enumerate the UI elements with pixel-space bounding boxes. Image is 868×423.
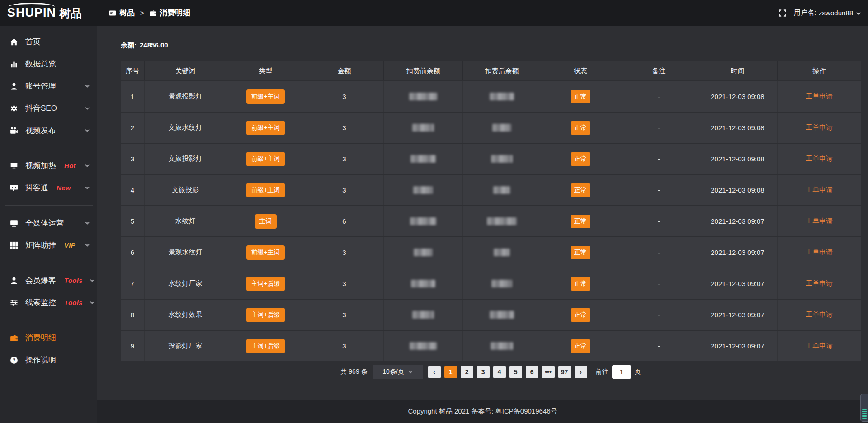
ticket-apply-link[interactable]: 工单申请 (806, 155, 833, 163)
sidebar-item-member-marketing[interactable]: 会员爆客Tools (0, 269, 97, 291)
ticket-apply-link[interactable]: 工单申请 (806, 279, 833, 288)
remark-cell: - (620, 237, 698, 268)
sidebar-item-douketong[interactable]: 抖客通New (0, 177, 97, 199)
remark-cell: - (620, 113, 698, 143)
table-row: 2文旅水纹灯前缀+主词3正常-2021-12-03 09:08工单申请 (121, 113, 861, 144)
amount-cell: 3 (305, 175, 384, 205)
ticket-apply-link[interactable]: 工单申请 (806, 342, 833, 350)
username-value: zswodun88 (819, 9, 853, 17)
page-size-select[interactable]: 10条/页 (373, 365, 423, 379)
floating-widget[interactable] (860, 394, 868, 422)
masked-value (490, 93, 514, 100)
balance-before-masked (384, 144, 463, 174)
ticket-apply-link[interactable]: 工单申请 (806, 186, 833, 194)
more-pages-button[interactable]: ••• (542, 366, 555, 378)
sidebar-item-douyin-seo[interactable]: 抖音SEO (0, 97, 97, 119)
sidebar-item-label: 操作说明 (25, 355, 56, 365)
ticket-apply-link[interactable]: 工单申请 (806, 248, 833, 257)
action-cell: 工单申请 (778, 81, 861, 112)
sidebar-divider (5, 148, 93, 148)
remark-cell: - (620, 175, 698, 205)
video-camera-icon (10, 127, 19, 135)
breadcrumb-item-home[interactable]: 树品 (109, 8, 135, 18)
page-button-97[interactable]: 97 (558, 366, 571, 378)
sidebar-item-matrix-boost[interactable]: 矩阵助推VIP (0, 234, 97, 256)
status-cell: 正常 (541, 206, 620, 236)
user-menu[interactable]: 用户名: zswodun88 (794, 9, 861, 17)
page-button-1[interactable]: 1 (444, 366, 457, 378)
page-button-3[interactable]: 3 (477, 366, 490, 378)
sidebar-item-data-overview[interactable]: 数据总览 (0, 53, 97, 75)
page-button-4[interactable]: 4 (493, 366, 506, 378)
masked-value (491, 155, 513, 163)
page-button-5[interactable]: 5 (509, 366, 522, 378)
masked-value (492, 124, 511, 132)
chevron-down-icon (856, 11, 861, 16)
keyword-cell: 文旅投影 (145, 175, 226, 205)
balance-before-masked (384, 331, 463, 361)
layout: 首页数据总览账号管理抖音SEO视频发布视频加热Hot抖客通New全媒体运营矩阵助… (0, 26, 868, 423)
column-header: 状态 (541, 61, 620, 80)
status-badge: 正常 (571, 215, 590, 228)
breadcrumb: 树品 > 消费明细 (109, 8, 190, 18)
balance-before-masked (384, 206, 463, 236)
keyword-cell: 景观投影灯 (145, 81, 226, 112)
prev-page-button[interactable]: ‹ (428, 366, 441, 378)
ticket-apply-link[interactable]: 工单申请 (806, 123, 833, 132)
next-page-button[interactable]: › (575, 366, 587, 378)
amount-cell: 3 (305, 144, 384, 174)
sidebar-item-operation-guide[interactable]: ?操作说明 (0, 349, 97, 371)
question-icon: ? (10, 356, 19, 364)
ticket-apply-link[interactable]: 工单申请 (806, 310, 833, 319)
goto-page-input[interactable] (612, 365, 631, 379)
breadcrumb-separator: > (140, 9, 144, 17)
ticket-apply-link[interactable]: 工单申请 (806, 217, 833, 226)
sidebar-item-label: 线索监控 (25, 297, 56, 308)
column-header: 类型 (226, 61, 305, 80)
seq-cell: 8 (121, 300, 145, 330)
sidebar-item-badge: VIP (64, 241, 75, 249)
seq-cell: 6 (121, 237, 145, 268)
type-badge: 前缀+主词 (246, 121, 284, 135)
status-cell: 正常 (541, 300, 620, 330)
status-badge: 正常 (571, 308, 590, 322)
sidebar-item-video-publish[interactable]: 视频发布 (0, 119, 97, 141)
app-root: { "topbar": { "logo_text": "SHUPIN", "lo… (0, 0, 868, 423)
type-cell: 前缀+主词 (226, 237, 305, 268)
sidebar-item-video-heating[interactable]: 视频加热Hot (0, 155, 97, 177)
action-cell: 工单申请 (778, 144, 861, 174)
column-header: 备注 (620, 61, 698, 80)
seq-cell: 2 (121, 113, 145, 143)
table-row: 5水纹灯主词6正常-2021-12-03 09:07工单申请 (121, 206, 861, 237)
time-cell: 2021-12-03 09:07 (698, 268, 778, 299)
type-cell: 主词+后缀 (226, 331, 305, 361)
sidebar-item-all-media-operation[interactable]: 全媒体运营 (0, 212, 97, 234)
balance-after-masked (463, 113, 541, 143)
sliders-icon (10, 299, 19, 307)
grid-icon (10, 241, 19, 249)
keyword-cell: 文旅投影灯 (145, 144, 226, 174)
balance-after-masked (463, 331, 541, 361)
masked-value (494, 249, 510, 256)
sidebar-item-home[interactable]: 首页 (0, 31, 97, 53)
time-cell: 2021-12-03 09:07 (698, 300, 778, 330)
balance-before-masked (384, 237, 463, 268)
page-button-2[interactable]: 2 (461, 366, 473, 378)
sidebar-item-account-management[interactable]: 账号管理 (0, 75, 97, 97)
balance-before-masked (384, 268, 463, 299)
page-button-6[interactable]: 6 (526, 366, 538, 378)
footer: Copyright 树品 2021 备案号: 粤ICP备09019646号 (97, 400, 868, 423)
column-header: 关键词 (145, 61, 226, 80)
ticket-apply-link[interactable]: 工单申请 (806, 92, 833, 101)
chevron-down-icon (90, 300, 95, 306)
sidebar-item-consumption-detail[interactable]: 消费明细 (0, 327, 97, 349)
sidebar-item-clue-monitor[interactable]: 线索监控Tools (0, 291, 97, 314)
seq-cell: 5 (121, 206, 145, 236)
breadcrumb-item-current[interactable]: 消费明细 (149, 8, 190, 18)
type-badge: 主词+后缀 (246, 339, 284, 353)
fullscreen-icon[interactable] (779, 9, 786, 17)
time-cell: 2021-12-03 09:08 (698, 81, 778, 112)
user-icon (10, 277, 19, 285)
column-header: 金额 (305, 61, 384, 80)
chat-icon (10, 184, 19, 192)
